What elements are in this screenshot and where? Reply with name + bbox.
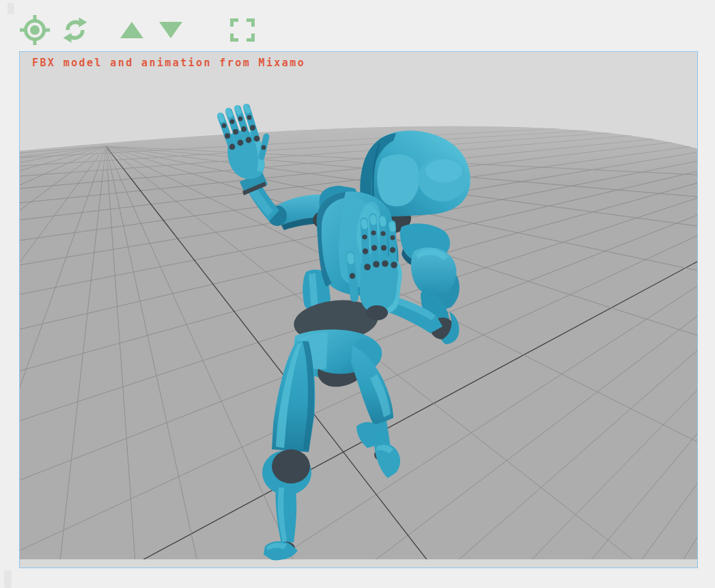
triangle-down-icon [158, 20, 184, 40]
3d-viewport[interactable]: FBX model and animation from Mixamo [19, 51, 698, 568]
scene-canvas [20, 52, 697, 568]
triangle-up-icon [119, 20, 145, 40]
fullscreen-button[interactable] [227, 14, 258, 46]
face-plate-left [377, 154, 419, 206]
fullscreen-icon [229, 17, 256, 43]
locate-target-icon [19, 14, 51, 46]
triangle-up-button[interactable] [116, 14, 148, 46]
knee-left [272, 449, 310, 484]
locate-target-button[interactable] [19, 14, 51, 46]
refresh-icon [59, 14, 91, 46]
triangle-down-button[interactable] [155, 14, 186, 46]
viewer-toolbar [0, 0, 715, 51]
page-scrollbar-tab-bottom[interactable] [4, 570, 12, 588]
refresh-button[interactable] [59, 14, 91, 46]
viewport-caption: FBX model and animation from Mixamo [32, 57, 305, 69]
